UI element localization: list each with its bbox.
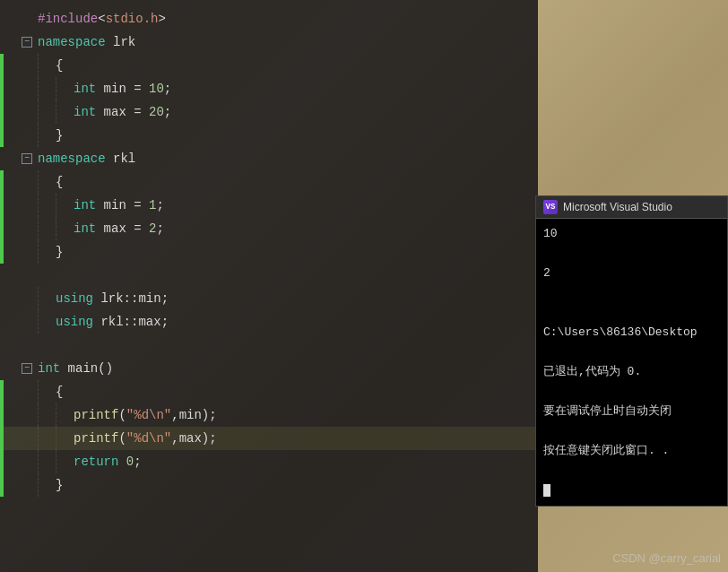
token: ,max);	[171, 431, 216, 446]
token: namespace	[38, 152, 106, 166]
indent-guides	[38, 473, 56, 497]
indent-guide	[56, 194, 74, 217]
console-line-6: 按任意键关闭此窗口. .	[543, 441, 720, 461]
indent-guides	[38, 240, 56, 264]
indent-guide	[56, 403, 74, 427]
token: ;	[164, 105, 171, 119]
token: ;	[156, 198, 163, 212]
token: (	[118, 431, 126, 446]
token: using	[56, 315, 93, 329]
token: {	[56, 385, 63, 399]
console-line-3: C:\Users\86136\Desktop	[543, 323, 720, 342]
token: stdio.h	[106, 12, 159, 26]
vs-icon: VS	[543, 200, 558, 214]
code-content: {	[56, 54, 538, 77]
code-line-20: return 0;	[0, 450, 538, 473]
token: ;	[164, 82, 171, 96]
token: 20	[149, 105, 164, 119]
token: ,min);	[171, 408, 216, 422]
line-indicator	[0, 287, 4, 310]
code-content: printf("%d\n",min);	[74, 403, 538, 427]
code-content: }	[56, 240, 538, 264]
indent-guide	[56, 450, 74, 473]
token: lrk::min;	[93, 291, 169, 306]
code-area: #include<stdio.h>−namespace lrk{int min …	[0, 0, 538, 504]
code-content: int max = 20;	[74, 100, 538, 124]
indent-guides	[38, 194, 74, 217]
token: }	[56, 478, 63, 492]
indent-guides	[38, 380, 56, 403]
indent-guide	[38, 310, 56, 334]
line-indicator	[0, 124, 4, 147]
indent-guide	[38, 240, 56, 264]
token: lrk	[106, 35, 136, 49]
token: ;	[156, 221, 163, 236]
code-line-9: int min = 1;	[0, 194, 538, 217]
indent-guides	[38, 124, 56, 147]
line-indicator	[0, 170, 4, 194]
code-content: namespace lrk	[38, 30, 538, 54]
line-indicator	[0, 403, 4, 427]
collapse-button[interactable]: −	[22, 153, 32, 164]
collapse-button[interactable]: −	[22, 37, 32, 48]
line-indicator	[0, 450, 4, 473]
code-content: printf("%d\n",max);	[74, 427, 538, 450]
code-editor: #include<stdio.h>−namespace lrk{int min …	[0, 0, 538, 572]
token: using	[56, 291, 93, 306]
code-line-14: using rkl::max;	[0, 310, 538, 334]
token: int	[38, 361, 60, 376]
line-indicator	[0, 77, 4, 100]
token: "%d\n"	[126, 431, 171, 446]
token	[118, 455, 126, 469]
code-content: int main()	[38, 357, 538, 380]
indent-guide	[38, 54, 56, 77]
collapse-button[interactable]: −	[22, 363, 32, 374]
indent-guide	[38, 100, 56, 124]
token: 10	[149, 82, 164, 96]
token: "%d\n"	[126, 408, 171, 422]
console-titlebar: VS Microsoft Visual Studio	[536, 196, 727, 219]
code-line-10: int max = 2;	[0, 217, 538, 240]
line-indicator	[0, 54, 4, 77]
token: 0	[126, 455, 134, 469]
indent-guide	[38, 287, 56, 310]
code-content: }	[56, 473, 538, 497]
code-line-19: printf("%d\n",max);	[0, 427, 538, 450]
line-indicator	[0, 380, 4, 403]
indent-guides	[38, 77, 74, 100]
code-content: {	[56, 380, 538, 403]
console-line-5: 要在调试停止时自动关闭	[543, 402, 720, 421]
code-content: }	[56, 124, 538, 147]
console-body: 102C:\Users\86136\Desktop已退出,代码为 0.要在调试停…	[536, 219, 727, 506]
code-line-18: printf("%d\n",min);	[0, 403, 538, 427]
indent-guide	[56, 100, 74, 124]
token: }	[56, 245, 63, 259]
gutter: −	[4, 153, 38, 164]
code-line-3: {	[0, 54, 538, 77]
line-indicator	[0, 217, 4, 240]
indent-guides	[38, 217, 74, 240]
indent-guides	[38, 310, 56, 334]
token: int	[74, 221, 96, 236]
indent-guide	[38, 217, 56, 240]
code-content: int max = 2;	[74, 217, 538, 240]
token: <	[98, 12, 105, 26]
code-line-6: }	[0, 124, 538, 147]
code-line-4: int min = 10;	[0, 77, 538, 100]
token: max =	[96, 105, 149, 119]
code-line-7: −namespace rkl	[0, 147, 538, 170]
indent-guides	[38, 403, 74, 427]
indent-guide	[38, 124, 56, 147]
code-line-15	[0, 334, 538, 357]
code-content: using rkl::max;	[56, 310, 538, 334]
token: {	[56, 175, 63, 189]
line-indicator	[0, 310, 4, 334]
indent-guide	[38, 473, 56, 497]
code-content: int min = 1;	[74, 194, 538, 217]
indent-guides	[38, 54, 56, 77]
console-panel: VS Microsoft Visual Studio 102C:\Users\8…	[535, 195, 728, 507]
indent-guide	[38, 77, 56, 100]
indent-guide	[38, 170, 56, 194]
indent-guides	[38, 170, 56, 194]
indent-guides	[38, 287, 56, 310]
